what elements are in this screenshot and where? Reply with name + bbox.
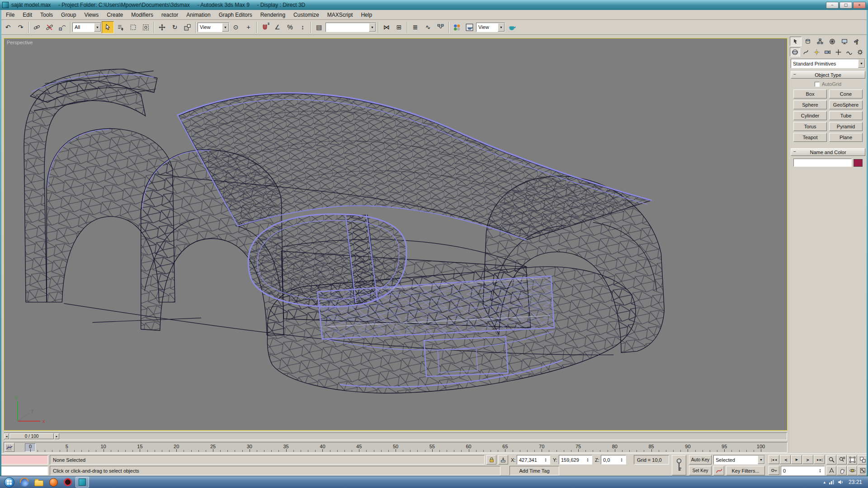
quick-render-button[interactable] [505, 21, 518, 33]
frame-spinner[interactable]: ▴▾ [818, 469, 822, 473]
add-time-tag-field[interactable]: Add Time Tag [509, 466, 559, 475]
primitives-category-dropdown[interactable]: Standard Primitives ▼ [791, 59, 865, 68]
key-mode-toggle-button[interactable] [769, 466, 779, 475]
mirror-button[interactable]: ⋈ [380, 21, 392, 33]
y-spinner[interactable]: ▴▾ [585, 458, 590, 462]
tab-create[interactable] [790, 37, 802, 46]
previous-frame-button[interactable]: ◄| [780, 455, 791, 464]
arc-rotate-button[interactable] [847, 466, 857, 475]
edit-named-selections-button[interactable]: ▤ [313, 21, 325, 33]
dropdown-arrow-icon[interactable]: ▼ [222, 23, 229, 32]
bind-spacewarp-button[interactable] [56, 21, 68, 33]
tab-display[interactable] [839, 37, 850, 46]
menu-create[interactable]: Create [103, 10, 127, 19]
cone-button[interactable]: Cone [829, 89, 863, 99]
render-type-dropdown[interactable]: View ▼ [476, 23, 505, 32]
menu-modifiers[interactable]: Modifiers [127, 10, 157, 19]
frame-back-button[interactable]: ◄ [4, 433, 9, 439]
absolute-offset-toggle-button[interactable] [498, 455, 508, 465]
autogrid-checkbox[interactable] [815, 82, 820, 87]
snap-toggle-button[interactable]: 3 [259, 21, 271, 33]
next-frame-button[interactable]: |► [802, 455, 813, 464]
tab-utilities[interactable] [851, 37, 863, 46]
use-center-button[interactable]: ⊙ [230, 21, 242, 33]
select-move-button[interactable] [156, 21, 168, 33]
angle-snap-button[interactable]: ∠ [271, 21, 283, 33]
selection-lock-button[interactable] [486, 455, 496, 465]
x-coord-field[interactable]: 427,341 ▴▾ [517, 455, 550, 465]
tube-button[interactable]: Tube [829, 111, 863, 120]
go-to-end-button[interactable]: ►►| [814, 455, 825, 464]
dropdown-arrow-icon[interactable]: ▼ [369, 23, 376, 32]
dropdown-arrow-icon[interactable]: ▼ [498, 23, 505, 32]
z-coord-field[interactable]: 0,0 ▴▾ [601, 455, 626, 465]
rectangular-selection-region-button[interactable] [127, 21, 139, 33]
schematic-view-button[interactable] [434, 21, 447, 33]
time-slider-handle[interactable]: 0 / 100 [9, 433, 54, 439]
current-frame-field[interactable]: 0 ▴▾ [781, 466, 825, 475]
category-helpers[interactable] [833, 47, 844, 56]
tray-expand-icon[interactable]: ▴ [823, 480, 826, 484]
rollout-header-name-color[interactable]: − Name and Color [791, 148, 865, 156]
menu-graph-editors[interactable]: Graph Editors [215, 10, 256, 19]
set-keys-button[interactable] [672, 455, 686, 475]
redo-button[interactable]: ↷ [14, 21, 27, 33]
select-by-name-button[interactable] [114, 21, 127, 33]
category-lights[interactable] [811, 47, 822, 56]
3dsmax-taskbar-button[interactable] [75, 477, 89, 488]
teapot-button[interactable]: Teapot [793, 133, 827, 142]
dropdown-arrow-icon[interactable]: ▼ [858, 59, 865, 68]
key-mode-dropdown[interactable]: Selected ▼ [713, 455, 765, 465]
undo-button[interactable]: ↶ [2, 21, 14, 33]
play-button[interactable]: ► [791, 455, 802, 464]
taskbar-clock[interactable]: 23:21 [849, 479, 862, 485]
auto-key-button[interactable]: Auto Key [689, 455, 712, 465]
zoom-button[interactable] [826, 455, 836, 465]
maximize-viewport-toggle-button[interactable] [858, 466, 868, 475]
box-button[interactable]: Box [793, 89, 827, 99]
menu-customize[interactable]: Customize [289, 10, 323, 19]
time-slider-track[interactable] [4, 432, 787, 440]
frame-forward-button[interactable]: ► [54, 433, 59, 439]
select-link-button[interactable] [31, 21, 43, 33]
select-scale-button[interactable] [181, 21, 193, 33]
window-crossing-toggle-button[interactable] [140, 21, 152, 33]
menu-maxscript[interactable]: MAXScript [323, 10, 357, 19]
material-editor-button[interactable] [451, 21, 463, 33]
macro-recorder-field[interactable] [1, 455, 48, 465]
layer-manager-button[interactable]: ≣ [409, 21, 421, 33]
mini-curve-editor-button[interactable] [5, 443, 14, 452]
opera-icon[interactable] [61, 477, 75, 488]
pan-button[interactable] [837, 466, 847, 475]
menu-group[interactable]: Group [57, 10, 80, 19]
menu-views[interactable]: Views [80, 10, 103, 19]
title-bar[interactable]: saját model.max - Project Folder: C:\Use… [0, 0, 868, 10]
category-systems[interactable] [855, 47, 865, 56]
category-geometry[interactable] [790, 47, 800, 56]
perspective-viewport[interactable]: Perspective [4, 38, 788, 431]
select-manipulate-button[interactable]: + [242, 21, 255, 33]
explorer-icon[interactable] [32, 477, 46, 488]
category-shapes[interactable] [801, 47, 811, 56]
select-object-button[interactable] [102, 21, 114, 33]
start-button[interactable] [4, 477, 14, 488]
selection-filter-dropdown[interactable]: All ▼ [72, 23, 101, 32]
dropdown-arrow-icon[interactable]: ▼ [758, 455, 764, 464]
category-cameras[interactable] [822, 47, 833, 56]
menu-tools[interactable]: Tools [36, 10, 57, 19]
menu-reactor[interactable]: reactor [157, 10, 182, 19]
curve-editor-button[interactable]: ∿ [422, 21, 434, 33]
zoom-extents-all-button[interactable] [858, 455, 868, 465]
z-spinner[interactable]: ▴▾ [619, 458, 624, 462]
color-swatch[interactable] [854, 159, 863, 167]
sphere-button[interactable]: Sphere [793, 100, 827, 109]
go-to-start-button[interactable]: |◄◄ [769, 455, 779, 464]
zoom-all-button[interactable] [837, 455, 847, 465]
browser-icon[interactable] [18, 477, 31, 488]
tab-motion[interactable] [826, 37, 838, 46]
coord-system-dropdown[interactable]: View ▼ [198, 23, 229, 32]
viewport-label[interactable]: Perspective [7, 40, 33, 45]
default-tangent-button[interactable] [713, 466, 724, 475]
geosphere-button[interactable]: GeoSphere [829, 100, 863, 109]
network-icon[interactable] [829, 479, 835, 485]
